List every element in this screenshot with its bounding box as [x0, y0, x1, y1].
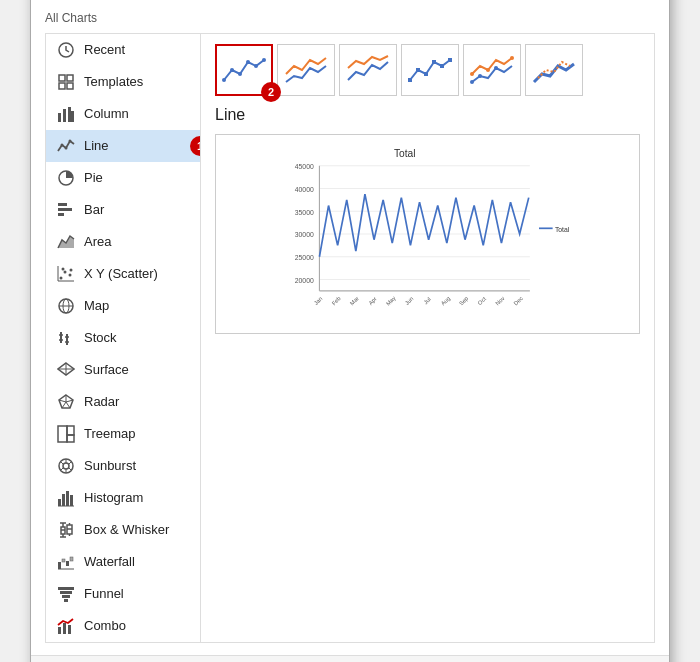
sidebar-item-bar[interactable]: Bar [46, 194, 200, 226]
svg-point-86 [262, 58, 266, 62]
svg-line-49 [69, 461, 72, 464]
area-icon [56, 232, 76, 252]
chart-type-stacked-line[interactable] [277, 44, 335, 96]
svg-point-98 [510, 56, 514, 60]
svg-rect-44 [67, 426, 74, 435]
treemap-icon [56, 424, 76, 444]
svg-point-20 [60, 276, 63, 279]
svg-line-50 [69, 467, 72, 470]
svg-text:40000: 40000 [295, 185, 314, 192]
sidebar-item-funnel[interactable]: Funnel [46, 578, 200, 610]
sidebar-item-recent-label: Recent [84, 42, 125, 57]
svg-rect-10 [68, 107, 71, 122]
sidebar-item-radar[interactable]: Radar [46, 386, 200, 418]
sidebar-item-pie[interactable]: Pie [46, 162, 200, 194]
sidebar-item-treemap[interactable]: Treemap [46, 418, 200, 450]
sidebar-item-scatter-label: X Y (Scatter) [84, 266, 158, 281]
svg-rect-80 [68, 625, 71, 634]
selected-chart-name: Line [215, 106, 640, 124]
sidebar-item-map-label: Map [84, 298, 109, 313]
chart-preview: Total 45000 40000 35000 30000 25000 [215, 134, 640, 334]
svg-rect-55 [62, 494, 65, 506]
chart-type-stacked-line-markers[interactable] [463, 44, 521, 96]
sidebar-item-scatter[interactable]: X Y (Scatter) [46, 258, 200, 290]
sidebar-item-templates[interactable]: Templates [46, 66, 200, 98]
dialog-body: All Charts Recent [31, 0, 669, 655]
sidebar-item-sunburst[interactable]: Sunburst [46, 450, 200, 482]
svg-rect-78 [58, 627, 61, 634]
sidebar-item-stock[interactable]: Stock [46, 322, 200, 354]
surface-icon [56, 360, 76, 380]
sidebar-item-line[interactable]: Line 1 [46, 130, 200, 162]
column-icon [56, 104, 76, 124]
dialog-footer: OK Cancel [31, 655, 669, 663]
svg-rect-72 [70, 557, 73, 561]
svg-point-97 [486, 68, 490, 72]
svg-rect-9 [63, 109, 66, 122]
svg-line-53 [61, 461, 64, 464]
svg-rect-88 [416, 68, 420, 72]
svg-line-41 [62, 402, 66, 408]
svg-point-82 [230, 68, 234, 72]
scatter-icon [56, 264, 76, 284]
chart-type-line-markers[interactable] [401, 44, 459, 96]
sidebar-item-boxwhisker[interactable]: Box & Whisker [46, 514, 200, 546]
sidebar-item-area[interactable]: Area [46, 226, 200, 258]
templates-icon [56, 72, 76, 92]
svg-line-52 [61, 467, 64, 470]
svg-rect-70 [62, 559, 65, 562]
svg-point-12 [61, 143, 64, 146]
sidebar-item-stock-label: Stock [84, 330, 117, 345]
svg-rect-54 [58, 499, 61, 506]
svg-rect-16 [58, 203, 67, 206]
svg-rect-69 [58, 562, 61, 569]
svg-text:25000: 25000 [295, 254, 314, 261]
sidebar-item-map[interactable]: Map [46, 290, 200, 322]
svg-rect-43 [58, 426, 67, 442]
svg-text:Total: Total [555, 225, 570, 232]
sidebar-item-histogram-label: Histogram [84, 490, 143, 505]
svg-rect-17 [58, 208, 72, 211]
svg-text:35000: 35000 [295, 208, 314, 215]
bar-icon [56, 200, 76, 220]
svg-rect-5 [67, 75, 73, 81]
line-icon [56, 136, 76, 156]
svg-text:20000: 20000 [295, 276, 314, 283]
pie-icon [56, 168, 76, 188]
svg-rect-92 [448, 58, 452, 62]
svg-rect-75 [60, 591, 72, 594]
svg-rect-90 [432, 60, 436, 64]
svg-rect-11 [71, 111, 74, 122]
svg-text:Total: Total [394, 147, 416, 158]
svg-rect-87 [408, 78, 412, 82]
chart-type-line[interactable]: 2 [215, 44, 273, 96]
svg-rect-7 [67, 83, 73, 89]
content-area: Recent Templates [45, 33, 655, 643]
svg-point-21 [64, 270, 67, 273]
svg-rect-89 [424, 72, 428, 76]
svg-point-94 [478, 74, 482, 78]
sidebar-item-sunburst-label: Sunburst [84, 458, 136, 473]
svg-point-13 [65, 146, 68, 149]
svg-rect-77 [64, 599, 68, 602]
sidebar-item-histogram[interactable]: Histogram [46, 482, 200, 514]
sidebar-item-column[interactable]: Column [46, 98, 200, 130]
chart-type-3d-line[interactable] [525, 44, 583, 96]
svg-point-85 [254, 64, 258, 68]
sidebar-item-treemap-label: Treemap [84, 426, 136, 441]
svg-point-84 [246, 60, 250, 64]
svg-point-14 [69, 139, 72, 142]
insert-chart-dialog: Insert Chart ? ✕ All Charts Recen [30, 0, 670, 662]
sidebar-item-boxwhisker-label: Box & Whisker [84, 522, 169, 537]
sidebar-item-recent[interactable]: Recent [46, 34, 200, 66]
sidebar-item-waterfall[interactable]: Waterfall [46, 546, 200, 578]
boxwhisker-icon [56, 520, 76, 540]
chart-type-100pct-line[interactable] [339, 44, 397, 96]
sidebar-item-waterfall-label: Waterfall [84, 554, 135, 569]
sidebar-item-surface[interactable]: Surface [46, 354, 200, 386]
svg-rect-18 [58, 213, 64, 216]
stock-icon [56, 328, 76, 348]
svg-text:45000: 45000 [295, 163, 314, 170]
sidebar-item-combo[interactable]: Combo [46, 610, 200, 642]
sidebar-item-radar-label: Radar [84, 394, 119, 409]
